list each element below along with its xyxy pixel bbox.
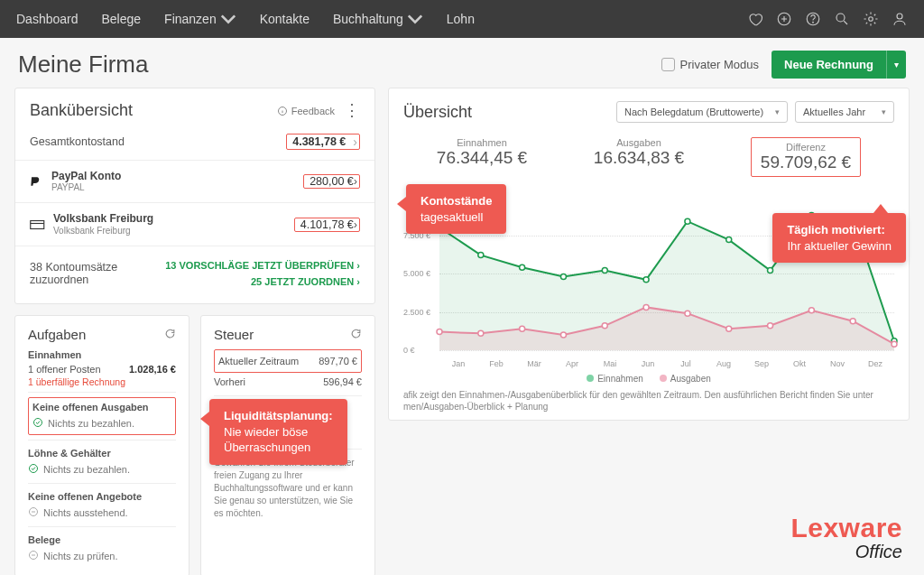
einnahmen-header: Einnahmen	[28, 349, 176, 360]
check-icon	[28, 463, 39, 476]
callout-balances: Kontostände tagesaktuell	[406, 184, 506, 234]
paypal-icon	[30, 175, 44, 188]
tax-title: Steuer	[214, 327, 254, 342]
unassigned-transactions: 38 Kontoumsätze zuzuordnen	[30, 261, 165, 286]
chevron-right-icon[interactable]: ›	[354, 218, 357, 231]
bank-icon	[30, 218, 46, 231]
account-value: 280,00 €	[310, 175, 354, 188]
svg-point-27	[560, 332, 566, 338]
review-suggestions-link[interactable]: 13 VORSCHLÄGE JETZT ÜBERPRÜFEN ›	[165, 257, 360, 274]
tax-note: Gewähren Sie Ihrem Steuerberater freien …	[214, 457, 362, 520]
metric-ausgaben: Ausgaben 16.634,83 €	[594, 137, 684, 177]
belege-header: Belege	[28, 534, 176, 545]
no-expenses-header: Keine offenen Ausgaben	[32, 402, 171, 413]
total-balance-label: Gesamtkontostand	[30, 135, 286, 148]
svg-point-17	[643, 277, 649, 283]
tasks-title: Aufgaben	[28, 327, 86, 342]
brand-logo: Lexware Office	[790, 515, 902, 562]
left-column: Bankübersicht Feedback ⋮ Gesamtkontostan…	[14, 88, 375, 575]
svg-point-26	[520, 326, 525, 331]
nav-buchhaltung[interactable]: Buchhaltung	[333, 11, 423, 27]
chart-legend: Einnahmen Ausgaben	[403, 374, 894, 384]
svg-point-13	[478, 253, 484, 258]
chart-x-axis: JanFebMärAprMaiJunJulAugSepOktNovDez	[439, 359, 894, 368]
heart-icon[interactable]	[747, 11, 763, 27]
svg-point-20	[768, 268, 773, 274]
more-menu-icon[interactable]: ⋮	[344, 108, 360, 113]
new-invoice-button[interactable]: Neue Rechnung ▾	[772, 51, 906, 79]
svg-point-19	[726, 237, 732, 243]
svg-point-3	[836, 14, 845, 22]
svg-point-9	[30, 465, 38, 473]
svg-point-2	[813, 22, 814, 23]
bank-overview-card: Bankübersicht Feedback ⋮ Gesamtkontostan…	[14, 88, 375, 304]
user-icon[interactable]	[892, 11, 908, 27]
svg-point-31	[726, 326, 732, 331]
svg-point-32	[768, 323, 773, 329]
main-content: Bankübersicht Feedback ⋮ Gesamtkontostan…	[0, 88, 924, 575]
chart-footnote: afik zeigt den Einnahmen-/Ausgabenüberbl…	[403, 389, 894, 413]
callout-profit: Täglich motiviert: Ihr aktueller Gewinn	[772, 213, 906, 263]
svg-point-29	[643, 304, 649, 310]
bank-account-row[interactable]: Volksbank Freiburg Volksbank Freiburg 4.…	[30, 207, 360, 241]
private-mode-toggle[interactable]: Privater Modus	[661, 58, 759, 71]
search-icon[interactable]	[834, 11, 850, 27]
refresh-icon[interactable]	[164, 327, 176, 342]
info-icon	[277, 106, 288, 116]
svg-point-34	[850, 319, 855, 324]
svg-point-28	[602, 323, 607, 329]
overdue-invoice[interactable]: 1 überfällige Rechnung	[28, 376, 176, 387]
no-offers-header: Keine offenen Angebote	[28, 491, 176, 502]
feedback-link[interactable]: Feedback	[277, 106, 335, 116]
plus-circle-icon[interactable]	[776, 11, 792, 27]
callout-liquidity: Liquiditätsplanung: Nie wieder böse Über…	[209, 399, 347, 465]
svg-point-33	[808, 308, 814, 313]
total-balance-value: 4.381,78 €	[292, 135, 346, 148]
filter-select-date[interactable]: Nach Belegdatum (Bruttowerte)▾	[616, 101, 788, 123]
dash-icon	[28, 506, 39, 519]
svg-point-18	[685, 218, 690, 224]
chevron-right-icon[interactable]: ›	[354, 175, 357, 188]
svg-point-8	[34, 419, 42, 427]
refresh-icon[interactable]	[350, 327, 362, 342]
wages-header: Löhne & Gehälter	[28, 448, 176, 459]
tasks-card: Aufgaben Einnahmen 1 offener Posten1.028…	[14, 315, 189, 575]
overview-title: Übersicht	[403, 103, 609, 122]
account-value: 4.101,78 €	[300, 218, 354, 231]
filter-select-year[interactable]: Aktuelles Jahr▾	[795, 101, 894, 123]
svg-point-15	[560, 274, 566, 279]
svg-point-35	[892, 341, 897, 347]
svg-point-4	[869, 17, 873, 22]
checkbox-icon	[661, 58, 675, 71]
right-column: Übersicht Nach Belegdatum (Bruttowerte)▾…	[388, 88, 910, 575]
chevron-right-icon[interactable]: ›	[353, 134, 357, 149]
nav-menu: Dashboard Belege Finanzen Kontakte Buchh…	[16, 11, 724, 27]
check-icon	[32, 417, 43, 430]
assign-now-link[interactable]: 25 JETZT ZUORDNEN ›	[165, 274, 360, 291]
topbar-icons	[747, 11, 908, 27]
gear-icon[interactable]	[863, 11, 879, 27]
nav-finanzen[interactable]: Finanzen	[164, 11, 236, 27]
svg-point-30	[685, 311, 690, 316]
metric-einnahmen: Einnahmen 76.344,45 €	[437, 137, 527, 177]
page-header: Meine Firma Privater Modus Neue Rechnung…	[0, 38, 924, 88]
nav-lohn[interactable]: Lohn	[447, 11, 475, 27]
chevron-down-icon	[220, 11, 236, 27]
dash-icon	[28, 550, 39, 562]
top-navigation: Dashboard Belege Finanzen Kontakte Buchh…	[0, 0, 924, 38]
svg-point-24	[437, 329, 442, 335]
metric-differenz: Differenz 59.709,62 €	[751, 137, 861, 177]
nav-kontakte[interactable]: Kontakte	[260, 11, 310, 27]
page-title: Meine Firma	[18, 51, 649, 79]
help-icon[interactable]	[805, 11, 821, 27]
bank-account-row[interactable]: PayPal Konto PAYPAL 280,00 € ›	[30, 164, 360, 199]
bank-title: Bankübersicht	[30, 101, 277, 120]
chevron-down-icon[interactable]: ▾	[886, 51, 906, 79]
nav-belege[interactable]: Belege	[102, 11, 142, 27]
svg-rect-7	[31, 220, 44, 228]
nav-dashboard[interactable]: Dashboard	[16, 11, 79, 27]
svg-point-16	[602, 268, 607, 274]
new-invoice-label: Neue Rechnung	[772, 51, 886, 79]
svg-point-14	[520, 264, 525, 270]
chevron-down-icon	[407, 11, 423, 27]
